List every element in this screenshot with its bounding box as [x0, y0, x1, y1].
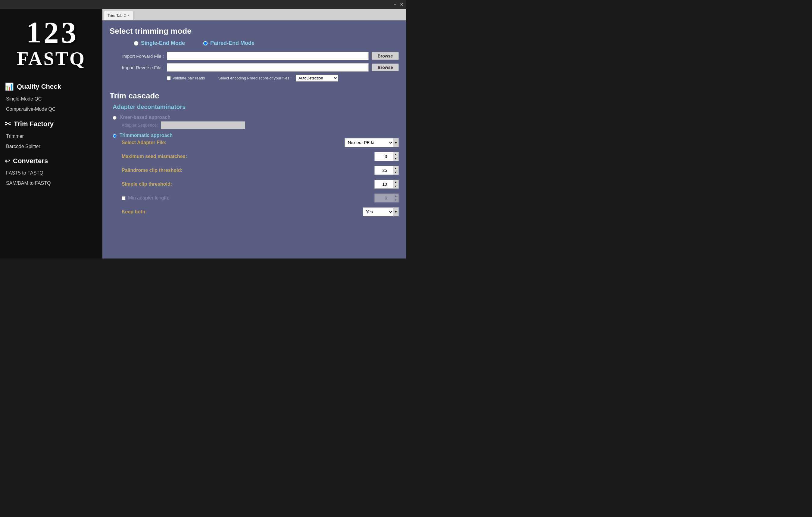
max-seed-up-button[interactable]: ▲	[393, 152, 399, 156]
main-content: Trim Tab 2 × Select trimming mode Single…	[103, 9, 406, 258]
reverse-file-input[interactable]	[167, 63, 369, 72]
sidebar-item-barcode-splitter[interactable]: Barcode Splitter	[0, 142, 103, 152]
validate-pair-reads-label[interactable]: Validate pair reads	[167, 76, 205, 80]
sidebar: 1 2 3 FASTQ 📊 Quality Check Single-Mode …	[0, 9, 103, 258]
bar-chart-icon: 📊	[5, 83, 14, 91]
adapter-file-row: Select Adapter File: Nextera-PE.fa TruSe…	[122, 138, 399, 147]
scissors-icon: ✂	[5, 120, 11, 128]
paired-end-radio[interactable]	[203, 41, 208, 46]
adapter-seq-label: Adapter Sequence:	[122, 123, 158, 128]
sidebar-item-comparative-mode-qc[interactable]: Comparative-Mode QC	[0, 104, 103, 114]
minimize-button[interactable]: −	[394, 2, 396, 7]
main-panel[interactable]: Select trimming mode Single-End Mode Pai…	[103, 21, 406, 258]
adapter-file-select[interactable]: Nextera-PE.fa TruSeq2-PE.fa TruSeq3-PE.f…	[345, 139, 393, 147]
max-seed-spinbox: ▲ ▼	[374, 152, 399, 161]
min-adapter-down-button[interactable]: ▼	[393, 198, 399, 202]
max-seed-label: Maximum seed mismatches:	[122, 154, 374, 159]
keep-both-select[interactable]: Yes No	[363, 208, 393, 216]
trimmomatic-approach-radio[interactable]	[113, 134, 117, 138]
trimmomatic-approach-row: Trimmomatic approach Select Adapter File…	[113, 133, 399, 221]
max-seed-input[interactable]	[375, 152, 393, 161]
palindrome-spinbox: ▲ ▼	[374, 166, 399, 175]
adapter-seq-row: Adapter Sequence:	[122, 121, 399, 129]
paired-end-mode-label[interactable]: Paired-End Mode	[203, 40, 255, 47]
simple-clip-down-button[interactable]: ▼	[393, 184, 399, 188]
phred-select[interactable]: AutoDetection Phred+33 Phred+64	[296, 74, 338, 82]
simple-clip-label: Simple clip threshold:	[122, 181, 374, 187]
logo-container: 1 2 3 FASTQ	[17, 18, 86, 70]
palindrome-label: Palindrome clip threshold:	[122, 168, 374, 173]
trimming-mode-title: Select trimming mode	[110, 27, 399, 36]
phred-score-label: Select encoding Phred score of your file…	[218, 76, 292, 80]
logo-name: FASTQ	[17, 48, 86, 70]
trimming-mode-section: Select trimming mode Single-End Mode Pai…	[103, 21, 406, 86]
simple-clip-spin-buttons: ▲ ▼	[393, 180, 399, 188]
kmer-approach-radio[interactable]	[113, 116, 117, 120]
forward-file-input[interactable]	[167, 52, 369, 60]
simple-clip-spinbox: ▲ ▼	[374, 180, 399, 189]
max-seed-spin-buttons: ▲ ▼	[393, 152, 399, 161]
title-bar: − ✕	[0, 0, 406, 9]
tab-label: Trim Tab 2	[108, 13, 126, 18]
convert-icon: ↩	[5, 157, 10, 164]
sidebar-item-single-mode-qc[interactable]: Single-Mode QC	[0, 94, 103, 104]
simple-clip-input[interactable]	[375, 180, 393, 188]
kmer-approach-row: Kmer-based approach Adapter Sequence:	[113, 115, 399, 129]
close-button[interactable]: ✕	[400, 2, 404, 7]
sidebar-item-trimmer[interactable]: Trimmer	[0, 131, 103, 142]
forward-file-row: Import Forward File : Browse	[110, 52, 399, 60]
trim-cascade-section: Trim cascade Adapter decontaminators Kme…	[103, 86, 406, 230]
palindrome-input[interactable]	[375, 166, 393, 175]
adapter-select-arrow: ▼	[393, 139, 399, 147]
adapter-seq-input[interactable]	[161, 121, 245, 129]
single-end-radio[interactable]	[134, 41, 139, 46]
palindrome-down-button[interactable]: ▼	[393, 170, 399, 175]
simple-clip-row: Simple clip threshold: ▲ ▼	[122, 180, 399, 189]
trimming-mode-radio-row: Single-End Mode Paired-End Mode	[134, 40, 399, 47]
max-seed-down-button[interactable]: ▼	[393, 156, 399, 161]
sidebar-section-converters: ↩ Converters FAST5 to FASTQ SAM/BAM to F…	[0, 153, 103, 190]
quality-check-header[interactable]: 📊 Quality Check	[0, 80, 103, 94]
min-adapter-input[interactable]	[375, 194, 393, 202]
trim-factory-header[interactable]: ✂ Trim Factory	[0, 117, 103, 131]
tab-close-button[interactable]: ×	[128, 14, 129, 18]
converters-label: Converters	[13, 157, 48, 165]
adapter-decontaminators-title: Adapter decontaminators	[113, 103, 399, 111]
adapter-file-label: Select Adapter File:	[122, 140, 345, 145]
palindrome-spin-buttons: ▲ ▼	[393, 166, 399, 175]
tab-bar: Trim Tab 2 ×	[103, 9, 406, 21]
reverse-file-row: Import Reverse File : Browse	[110, 63, 399, 72]
converters-header[interactable]: ↩ Converters	[0, 154, 103, 168]
min-adapter-up-button[interactable]: ▲	[393, 194, 399, 198]
palindrome-up-button[interactable]: ▲	[393, 166, 399, 170]
forward-browse-button[interactable]: Browse	[372, 52, 399, 60]
keep-both-arrow: ▼	[393, 208, 399, 216]
trim-tab-2[interactable]: Trim Tab 2 ×	[104, 11, 134, 20]
reverse-file-label: Import Reverse File :	[110, 65, 164, 70]
sidebar-item-sambam-fastq[interactable]: SAM/BAM to FASTQ	[0, 178, 103, 188]
min-adapter-spin-buttons: ▲ ▼	[393, 194, 399, 202]
forward-file-label: Import Forward File :	[110, 54, 164, 59]
sidebar-item-fast5-fastq[interactable]: FAST5 to FASTQ	[0, 168, 103, 178]
min-adapter-checkbox[interactable]	[122, 196, 125, 200]
max-seed-row: Maximum seed mismatches: ▲ ▼	[122, 152, 399, 161]
keep-both-row: Keep both: Yes No ▼	[122, 207, 399, 216]
quality-check-label: Quality Check	[17, 83, 61, 91]
min-adapter-row: Min adapter length: ▲ ▼	[122, 193, 399, 203]
keep-both-label: Keep both:	[122, 209, 362, 215]
min-adapter-label: Min adapter length:	[128, 195, 374, 201]
simple-clip-up-button[interactable]: ▲	[393, 180, 399, 184]
min-adapter-spinbox: ▲ ▼	[374, 193, 399, 203]
trimmomatic-approach-label: Trimmomatic approach	[120, 133, 173, 138]
palindrome-row: Palindrome clip threshold: ▲ ▼	[122, 166, 399, 175]
logo-area: 1 2 3 FASTQ	[0, 9, 103, 78]
reverse-browse-button[interactable]: Browse	[372, 63, 399, 71]
sidebar-section-trim-factory: ✂ Trim Factory Trimmer Barcode Splitter	[0, 116, 103, 153]
single-end-mode-label[interactable]: Single-End Mode	[134, 40, 185, 47]
trim-cascade-title: Trim cascade	[110, 91, 399, 100]
options-row: Validate pair reads Select encoding Phre…	[167, 74, 399, 82]
trim-factory-label: Trim Factory	[14, 120, 54, 128]
sidebar-section-quality-check: 📊 Quality Check Single-Mode QC Comparati…	[0, 78, 103, 116]
kmer-approach-label: Kmer-based approach	[120, 115, 171, 120]
validate-pair-reads-checkbox[interactable]	[167, 76, 171, 80]
